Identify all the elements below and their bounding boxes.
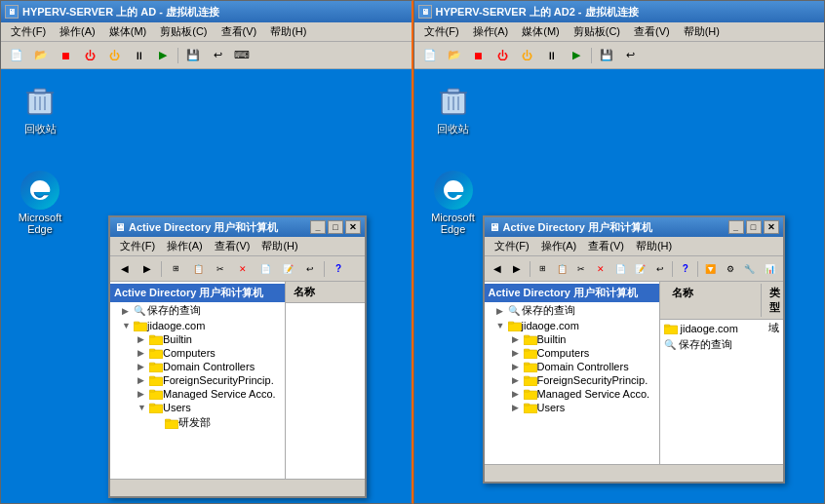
vm2-ad-window[interactable]: 🖥 Active Directory 用户和计算机 _ □ ✕ 文件(F) 操作… — [483, 215, 785, 484]
vm2-ad-tb-filter[interactable]: 🔽 — [701, 259, 720, 279]
vm1-ad-saved-search[interactable]: ▶ 🔍 保存的查询 — [110, 302, 285, 319]
vm2-ad-maximize[interactable]: □ — [746, 220, 762, 234]
vm2-ad-tb-4[interactable]: ✕ — [592, 259, 610, 279]
vm2-ad-tb-2[interactable]: 📋 — [553, 259, 571, 279]
vm1-ad-computers[interactable]: ▶ Computers — [110, 346, 285, 360]
vm1-edge[interactable]: Microsoft Edge — [9, 167, 71, 239]
vm1-ad-msa[interactable]: ▶ Managed Service Acco. — [110, 387, 285, 401]
vm1-ad-tree-header[interactable]: Active Directory 用户和计算机 — [110, 284, 285, 302]
vm1-ad-tb-5[interactable]: 📄 — [255, 259, 276, 279]
vm1-ad-tb-7[interactable]: ↩ — [299, 259, 321, 279]
vm1-ad-tb-6[interactable]: 📝 — [277, 259, 298, 279]
vm1-tb-new[interactable]: 📄 — [5, 45, 28, 66]
vm2-tb-refresh[interactable]: ↩ — [619, 45, 643, 66]
vm2-menu-help[interactable]: 帮助(H) — [678, 23, 726, 40]
vm2-ad-domain[interactable]: ▼ jidaoge.com — [485, 319, 659, 332]
vm1-ad-menu-view[interactable]: 查看(V) — [209, 238, 256, 254]
vm1-window[interactable]: 🖥 HYPERV-SERVER 上的 AD - 虚拟机连接 文件(F) 操作(A… — [0, 0, 413, 504]
vm2-ad-tb-back[interactable]: ◀ — [489, 259, 507, 279]
vm2-menu-media[interactable]: 媒体(M) — [516, 23, 566, 40]
vm2-ad-tb-help[interactable]: ? — [676, 259, 694, 279]
vm2-ad-computers[interactable]: ▶ Computers — [485, 346, 659, 360]
vm1-ad-users[interactable]: ▼ Users — [110, 401, 285, 414]
vm1-recycle-bin[interactable]: 回收站 — [9, 77, 71, 140]
vm2-tb-power2[interactable]: ⏻ — [516, 45, 539, 66]
vm1-ad-close[interactable]: ✕ — [345, 220, 361, 234]
vm2-window[interactable]: 🖥 HYPERV-SERVER 上的 AD2 - 虚拟机连接 文件(F) 操作(… — [413, 0, 826, 504]
vm2-ad-dc[interactable]: ▶ Domain Controllers — [485, 360, 659, 373]
vm2-tb-open[interactable]: 📂 — [443, 45, 466, 66]
vm2-tb-save[interactable]: 💾 — [595, 45, 618, 66]
vm2-ad-msa[interactable]: ▶ Managed Service Acco. — [485, 387, 659, 401]
vm2-menu-view[interactable]: 查看(V) — [628, 23, 676, 40]
vm2-edge[interactable]: Microsoft Edge — [422, 167, 485, 239]
vm1-ad-tb-help[interactable]: ? — [328, 259, 349, 279]
vm1-menu-media[interactable]: 媒体(M) — [103, 23, 153, 40]
vm1-tb-open[interactable]: 📂 — [29, 45, 53, 66]
vm2-ad-menu-action[interactable]: 操作(A) — [535, 238, 583, 254]
vm2-ad-saved-search[interactable]: ▶ 🔍 保存的查询 — [485, 302, 659, 319]
vm1-menu-file[interactable]: 文件(F) — [5, 23, 52, 40]
vm2-ad-menu-file[interactable]: 文件(F) — [489, 238, 535, 254]
vm1-ad-tb-4[interactable]: ✕ — [232, 259, 254, 279]
vm1-ad-yanfabu[interactable]: 研发部 — [110, 414, 285, 431]
vm1-menu-action[interactable]: 操作(A) — [54, 23, 101, 40]
vm2-tb-pause[interactable]: ⏸ — [540, 45, 564, 66]
vm2-menu-action[interactable]: 操作(A) — [467, 23, 515, 40]
vm1-ad-maximize[interactable]: □ — [328, 220, 343, 234]
vm1-ad-builtin[interactable]: ▶ Builtin — [110, 332, 285, 346]
vm2-ad-builtin[interactable]: ▶ Builtin — [485, 332, 659, 346]
vm2-ad-tb-fwd[interactable]: ▶ — [508, 259, 527, 279]
vm2-tb-new[interactable]: 📄 — [418, 45, 442, 66]
vm2-right-item-saved[interactable]: 🔍 保存的查询 — [660, 336, 783, 353]
vm2-ad-tb-5[interactable]: 📄 — [611, 259, 630, 279]
vm2-menu-file[interactable]: 文件(F) — [418, 23, 465, 40]
vm2-ad-tb-3[interactable]: ✂ — [572, 259, 591, 279]
vm2-ad-minimize[interactable]: _ — [728, 220, 744, 234]
vm1-ad-menu-file[interactable]: 文件(F) — [114, 238, 161, 254]
vm2-ad-tb-10[interactable]: 📊 — [761, 259, 779, 279]
vm1-tb-power2[interactable]: ⏻ — [102, 45, 126, 66]
vm1-ad-tree[interactable]: Active Directory 用户和计算机 ▶ 🔍 保存的查询 ▼ — [110, 282, 286, 479]
vm1-ad-tb-back[interactable]: ◀ — [114, 259, 136, 279]
vm2-ad-tree-header[interactable]: Active Directory 用户和计算机 — [485, 284, 659, 302]
vm1-ad-window[interactable]: 🖥 Active Directory 用户和计算机 _ □ ✕ 文件(F) 操作… — [108, 215, 367, 498]
vm2-ad-close[interactable]: ✕ — [764, 220, 779, 234]
vm1-tb-ctrl[interactable]: ⌨ — [230, 45, 254, 66]
vm2-ad-tb-9[interactable]: 🔧 — [740, 259, 759, 279]
vm1-ad-tb-fwd[interactable]: ▶ — [137, 259, 158, 279]
vm1-tb-power[interactable]: ⏻ — [78, 45, 101, 66]
vm2-ad-fsp[interactable]: ▶ ForeignSecurityPrincip. — [485, 373, 659, 387]
vm1-tb-play[interactable]: ▶ — [151, 45, 175, 66]
vm2-ad-tb-6[interactable]: 📝 — [631, 259, 649, 279]
vm1-ad-dc[interactable]: ▶ Domain Controllers — [110, 360, 285, 373]
vm1-ad-menu-help[interactable]: 帮助(H) — [255, 238, 303, 254]
vm1-menu-view[interactable]: 查看(V) — [216, 23, 263, 40]
vm2-recycle-bin[interactable]: 回收站 — [422, 77, 485, 140]
vm2-tb-play[interactable]: ▶ — [565, 45, 588, 66]
vm1-menu-clipboard[interactable]: 剪贴板(C) — [154, 23, 213, 40]
vm1-menu-help[interactable]: 帮助(H) — [264, 23, 312, 40]
vm2-tb-stop[interactable]: ⏹ — [467, 45, 491, 66]
vm2-ad-menu-view[interactable]: 查看(V) — [582, 238, 630, 254]
vm2-ad-tb-1[interactable]: ⊞ — [533, 259, 552, 279]
vm1-ad-fsp[interactable]: ▶ ForeignSecurityPrincip. — [110, 373, 285, 387]
vm2-right-item-domain[interactable]: jidaoge.com 域 — [660, 320, 783, 336]
vm2-ad-tree[interactable]: Active Directory 用户和计算机 ▶ 🔍 保存的查询 ▼ — [485, 282, 660, 464]
vm2-ad-tb-8[interactable]: ⚙ — [721, 259, 739, 279]
vm1-ad-minimize[interactable]: _ — [310, 220, 326, 234]
vm1-ad-tb-1[interactable]: ⊞ — [165, 259, 186, 279]
vm1-tb-pause[interactable]: ⏸ — [127, 45, 150, 66]
vm1-ad-domain[interactable]: ▼ jidaoge.com — [110, 319, 285, 332]
vm1-ad-menu-action[interactable]: 操作(A) — [161, 238, 209, 254]
vm1-ad-tb-3[interactable]: ✂ — [210, 259, 231, 279]
vm1-tb-stop[interactable]: ⏹ — [54, 45, 77, 66]
vm2-menu-clipboard[interactable]: 剪贴板(C) — [568, 23, 626, 40]
vm1-tb-refresh[interactable]: ↩ — [206, 45, 229, 66]
vm1-tb-save[interactable]: 💾 — [181, 45, 205, 66]
vm2-ad-users[interactable]: ▶ Users — [485, 401, 659, 414]
vm1-ad-tb-2[interactable]: 📋 — [187, 259, 209, 279]
vm2-tb-power[interactable]: ⏻ — [491, 45, 515, 66]
vm2-ad-menu-help[interactable]: 帮助(H) — [630, 238, 678, 254]
vm2-ad-tb-7[interactable]: ↩ — [650, 259, 669, 279]
